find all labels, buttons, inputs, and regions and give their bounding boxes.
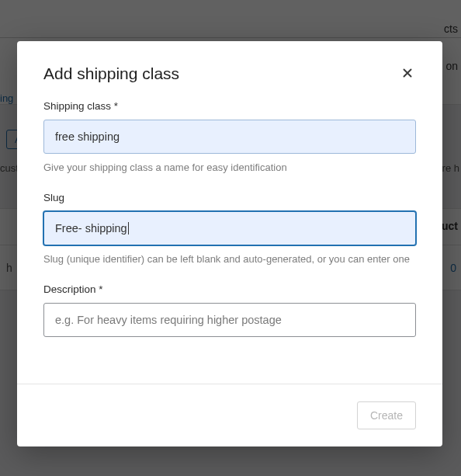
field-shipping-class: Shipping class * Give your shipping clas… [43,100,416,175]
shipping-class-input[interactable] [43,120,416,154]
modal-header: Add shipping class [17,41,442,100]
text-caret [128,222,129,235]
slug-help: Slug (unique identifier) can be left bla… [43,252,416,266]
modal-title: Add shipping class [43,64,179,83]
shipping-class-label: Shipping class * [43,100,416,112]
modal-footer: Create [17,384,442,446]
shipping-class-help: Give your shipping class a name for easy… [43,161,416,175]
field-description: Description * [43,283,416,337]
modal-body: Shipping class * Give your shipping clas… [17,100,442,384]
create-button[interactable]: Create [357,401,416,429]
description-label: Description * [43,283,416,295]
description-input[interactable] [43,303,416,337]
field-slug: Slug Free- shipping Slug (unique identif… [43,192,416,266]
slug-input[interactable]: Free- shipping [43,211,416,245]
slug-label: Slug [43,192,416,203]
slug-input-value: Free- shipping [55,222,127,235]
close-icon [400,66,414,80]
close-button[interactable] [399,64,416,82]
add-shipping-class-modal: Add shipping class Shipping class * Give… [17,41,442,446]
